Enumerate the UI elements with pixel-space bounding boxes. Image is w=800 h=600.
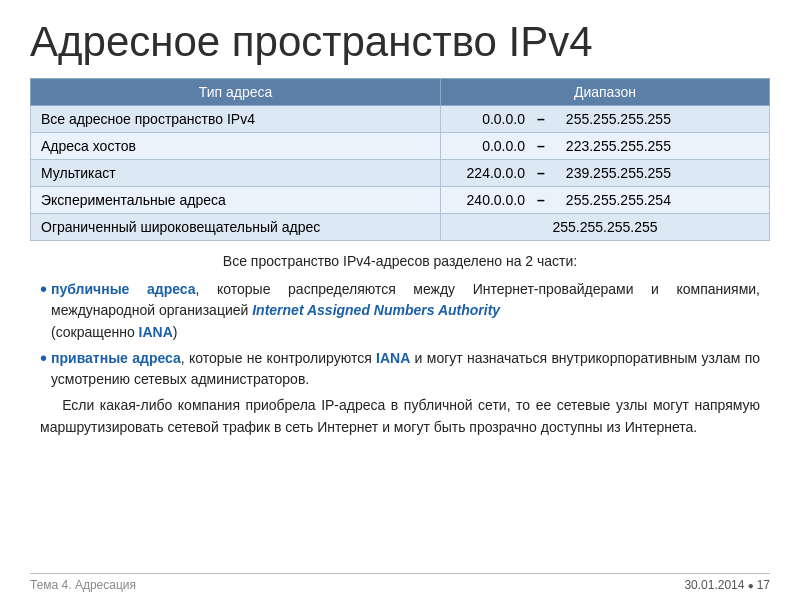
cell-type: Экспериментальные адреса — [31, 187, 441, 214]
bullet1-content: публичные адреса, которые распределяются… — [51, 279, 760, 344]
cell-range: 0.0.0.0 – 255.255.255.255 — [440, 106, 769, 133]
range-start: 240.0.0.0 — [451, 192, 531, 208]
bullet2-label: приватные адреса — [51, 350, 181, 366]
range-dash: – — [531, 192, 551, 208]
iana-full-name: Internet Assigned Numbers Authority — [252, 302, 500, 318]
bullet-private: • приватные адреса, которые не контролир… — [40, 348, 760, 391]
cell-range: 255.255.255.255 — [440, 214, 769, 241]
bullet1-label: публичные адреса — [51, 281, 196, 297]
table-row: Адреса хостов 0.0.0.0 – 223.255.255.255 — [31, 133, 770, 160]
col-header-range: Диапазон — [440, 79, 769, 106]
range-start: 0.0.0.0 — [451, 138, 531, 154]
range-end: 239.255.255.255 — [551, 165, 671, 181]
range-dash: – — [531, 138, 551, 154]
range-end: 255.255.255.254 — [551, 192, 671, 208]
table-row: Все адресное пространство IPv4 0.0.0.0 –… — [31, 106, 770, 133]
cell-range: 240.0.0.0 – 255.255.255.254 — [440, 187, 769, 214]
bullet2-content: приватные адреса, которые не контролирую… — [51, 348, 760, 391]
footer-right: 30.01.2014 ● 17 — [684, 578, 770, 592]
bullet-dot-2: • — [40, 346, 47, 370]
bullet-dot-1: • — [40, 277, 47, 301]
cell-type: Мультикаст — [31, 160, 441, 187]
bullet-public: • публичные адреса, которые распределяют… — [40, 279, 760, 344]
table-row: Экспериментальные адреса 240.0.0.0 – 255… — [31, 187, 770, 214]
range-dash: – — [531, 165, 551, 181]
footer-left: Тема 4. Адресация — [30, 578, 136, 592]
cell-type: Все адресное пространство IPv4 — [31, 106, 441, 133]
ip-table: Тип адреса Диапазон Все адресное простра… — [30, 78, 770, 241]
page: Адресное пространство IPv4 Тип адреса Ди… — [0, 0, 800, 600]
range-start: 0.0.0.0 — [451, 111, 531, 127]
cell-range: 224.0.0.0 – 239.255.255.255 — [440, 160, 769, 187]
range-start: 224.0.0.0 — [451, 165, 531, 181]
range-dash: – — [531, 111, 551, 127]
table-row: Ограниченный широковещательный адрес255.… — [31, 214, 770, 241]
range-end: 223.255.255.255 — [551, 138, 671, 154]
table-row: Мультикаст 224.0.0.0 – 239.255.255.255 — [31, 160, 770, 187]
cell-type: Адреса хостов — [31, 133, 441, 160]
footer: Тема 4. Адресация 30.01.2014 ● 17 — [30, 573, 770, 592]
cell-range: 0.0.0.0 – 223.255.255.255 — [440, 133, 769, 160]
iana-abbr: IANA — [139, 324, 173, 340]
col-header-type: Тип адреса — [31, 79, 441, 106]
desc-intro: Все пространство IPv4-адресов разделено … — [40, 251, 760, 273]
cell-type: Ограниченный широковещательный адрес — [31, 214, 441, 241]
page-title: Адресное пространство IPv4 — [30, 18, 770, 66]
iana-ref: IANA — [376, 350, 410, 366]
desc-para3: Если какая-либо компания приобрела IP-ад… — [40, 395, 760, 438]
range-end: 255.255.255.255 — [551, 111, 671, 127]
description-block: Все пространство IPv4-адресов разделено … — [30, 251, 770, 445]
